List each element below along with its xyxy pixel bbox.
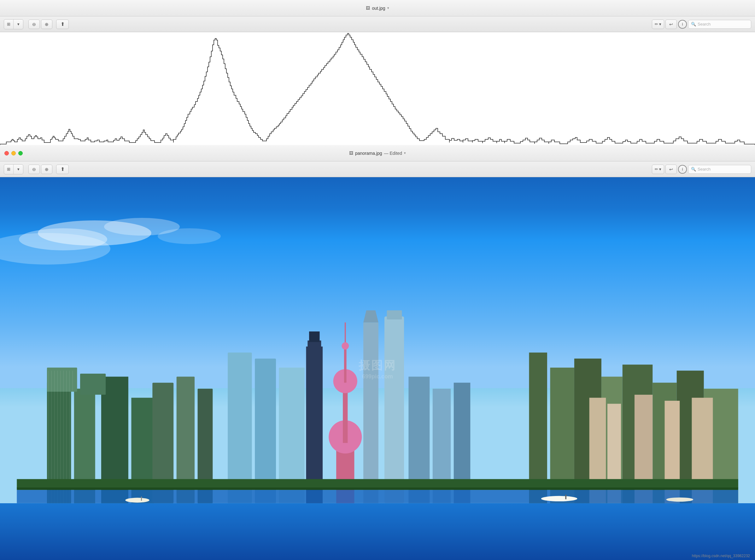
svg-point-63 [666, 497, 693, 501]
svg-point-59 [125, 498, 149, 502]
top-view-mode-group[interactable]: ⊞ ▾ [4, 19, 23, 29]
top-toolbar: ⊞ ▾ ⊖ ⊕ ⬆ ✏ ▾ ↩ i 🔍 [0, 16, 755, 32]
top-title-area: 🖼 out.jpg ▾ [366, 6, 389, 11]
skyline-svg [0, 32, 755, 146]
bottom-toolbar: ⊞ ▾ ⊖ ⊕ ⬆ ✏ ▾ ↩ i 🔍 Search [0, 161, 755, 177]
svg-point-39 [341, 342, 349, 349]
bottom-view-mode-group[interactable]: ⊞ ▾ [4, 164, 23, 174]
top-markup-icon: ✏ [655, 22, 658, 26]
top-title-chevron: ▾ [387, 6, 389, 10]
top-share-button[interactable]: ⬆ [56, 20, 69, 29]
bottom-view-dropdown[interactable]: ▾ [14, 165, 23, 174]
svg-rect-58 [17, 490, 738, 503]
svg-point-3 [158, 228, 221, 244]
top-revert-icon: ↩ [669, 22, 673, 27]
bottom-share-icon: ⬆ [61, 166, 65, 172]
svg-rect-42 [384, 316, 404, 503]
url-text: https://blog.csdn.net/qq_33982232 [692, 554, 750, 558]
bottom-search-placeholder: Search [698, 167, 711, 172]
city-svg [0, 292, 755, 503]
svg-rect-56 [17, 479, 738, 488]
bottom-view-toggle[interactable]: ⊞ [4, 165, 14, 174]
top-window: 🖼 out.jpg ▾ ⊞ ▾ ⊖ ⊕ ⬆ ✏ ▾ [0, 0, 755, 145]
minimize-button[interactable] [11, 151, 16, 156]
bottom-image-content: 摄图网 699pic.com https://blog.csdn.net/qq_… [0, 177, 755, 560]
svg-rect-62 [565, 495, 567, 499]
url-bar: https://blog.csdn.net/qq_33982232 [692, 554, 750, 558]
traffic-lights [0, 151, 23, 156]
bottom-window: 🖼 panorama.jpg — Edited ▾ ⊞ ▾ ⊖ ⊕ ⬆ ✏ ▾ … [0, 145, 755, 560]
top-zoom-out-button[interactable]: ⊖ [28, 20, 40, 29]
svg-marker-41 [363, 310, 378, 322]
top-info-button[interactable]: i [678, 20, 687, 29]
bottom-title-edited: — Edited [384, 151, 402, 156]
top-search-box[interactable]: 🔍 Search [688, 20, 751, 29]
top-zoom-in-icon: ⊕ [45, 22, 48, 27]
svg-rect-43 [387, 310, 402, 319]
top-file-icon: 🖼 [366, 6, 370, 11]
top-zoom-in-button[interactable]: ⊕ [41, 20, 52, 29]
bottom-title-chevron: ▾ [404, 151, 406, 155]
svg-rect-37 [344, 346, 346, 383]
top-info-icon: i [682, 22, 683, 26]
svg-rect-32 [309, 332, 319, 342]
svg-rect-60 [141, 497, 142, 501]
bottom-zoom-out-button[interactable]: ⊖ [28, 165, 40, 174]
bottom-markup-dropdown-icon: ▾ [659, 167, 661, 172]
top-titlebar: 🖼 out.jpg ▾ [0, 0, 755, 16]
top-share-icon: ⬆ [61, 21, 65, 27]
bottom-zoom-in-button[interactable]: ⊕ [41, 165, 52, 174]
close-button[interactable] [4, 151, 9, 156]
bottom-file-icon: 🖼 [349, 151, 353, 156]
maximize-button[interactable] [18, 151, 23, 156]
bottom-revert-button[interactable]: ↩ [665, 165, 677, 174]
svg-rect-40 [363, 322, 378, 503]
svg-rect-57 [17, 487, 738, 490]
clouds-svg [0, 208, 755, 304]
bottom-window-title: panorama.jpg [355, 151, 382, 156]
bottom-revert-icon: ↩ [669, 167, 673, 172]
water-layer [0, 503, 755, 560]
svg-rect-23 [80, 374, 106, 395]
top-revert-button[interactable]: ↩ [665, 20, 677, 29]
bottom-info-icon: i [682, 167, 683, 172]
bottom-search-box[interactable]: 🔍 Search [688, 165, 751, 174]
top-markup-dropdown-icon: ▾ [659, 22, 661, 26]
top-search-icon: 🔍 [691, 22, 696, 26]
cloud-layer [0, 208, 755, 304]
bottom-share-button[interactable]: ⬆ [56, 165, 69, 174]
top-image-content [0, 32, 755, 146]
top-view-dropdown[interactable]: ▾ [14, 20, 23, 29]
svg-point-61 [541, 496, 577, 501]
bottom-zoom-out-icon: ⊖ [32, 167, 36, 172]
bottom-zoom-in-icon: ⊕ [45, 167, 48, 172]
bottom-search-icon: 🔍 [691, 167, 696, 172]
city-buildings-layer [0, 292, 755, 503]
bottom-info-button[interactable]: i [678, 165, 687, 174]
top-search-placeholder: Search [698, 22, 711, 26]
top-zoom-out-icon: ⊖ [32, 22, 36, 27]
bottom-titlebar: 🖼 panorama.jpg — Edited ▾ [0, 145, 755, 161]
top-view-toggle[interactable]: ⊞ [4, 20, 14, 29]
bottom-title-area: 🖼 panorama.jpg — Edited ▾ [349, 151, 406, 156]
top-markup-button[interactable]: ✏ ▾ [652, 20, 664, 29]
top-window-title: out.jpg [372, 6, 385, 11]
bottom-markup-icon: ✏ [655, 167, 658, 172]
bottom-markup-button[interactable]: ✏ ▾ [652, 165, 664, 174]
